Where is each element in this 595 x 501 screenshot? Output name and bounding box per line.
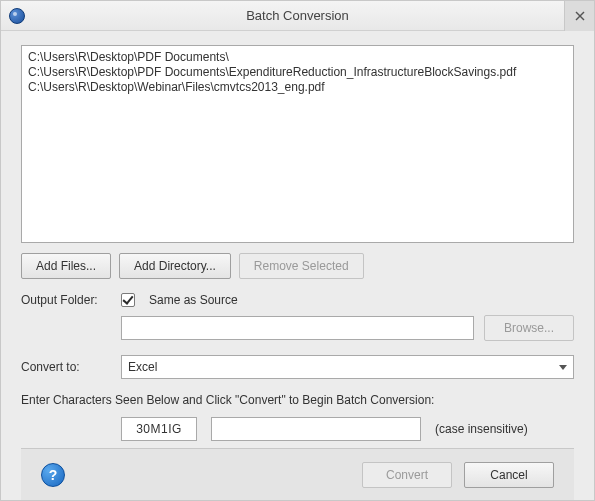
close-icon: [575, 11, 585, 21]
dialog-body: C:\Users\R\Desktop\PDF Documents\ C:\Use…: [1, 31, 594, 500]
help-button[interactable]: ?: [41, 463, 65, 487]
list-item[interactable]: C:\Users\R\Desktop\PDF Documents\Expendi…: [28, 65, 567, 80]
close-button[interactable]: [564, 1, 594, 31]
output-folder-row: Output Folder: Same as Source: [21, 293, 574, 307]
remove-selected-button: Remove Selected: [239, 253, 364, 279]
browse-button: Browse...: [484, 315, 574, 341]
add-files-button[interactable]: Add Files...: [21, 253, 111, 279]
chevron-down-icon: [559, 365, 567, 370]
help-icon: ?: [49, 467, 58, 483]
batch-conversion-dialog: Batch Conversion C:\Users\R\Desktop\PDF …: [0, 0, 595, 501]
list-item[interactable]: C:\Users\R\Desktop\Webinar\Files\cmvtcs2…: [28, 80, 567, 95]
case-insensitive-note: (case insensitive): [435, 422, 528, 436]
output-path-row: Browse...: [21, 315, 574, 341]
list-item[interactable]: C:\Users\R\Desktop\PDF Documents\: [28, 50, 567, 65]
convert-to-value: Excel: [128, 360, 157, 374]
captcha-instruction: Enter Characters Seen Below and Click "C…: [21, 393, 574, 407]
titlebar: Batch Conversion: [1, 1, 594, 31]
file-buttons-row: Add Files... Add Directory... Remove Sel…: [21, 253, 574, 279]
dialog-footer: ? Convert Cancel: [21, 448, 574, 500]
convert-to-row: Convert to: Excel: [21, 355, 574, 379]
same-as-source-checkbox[interactable]: [121, 293, 135, 307]
add-directory-button[interactable]: Add Directory...: [119, 253, 231, 279]
convert-to-select[interactable]: Excel: [121, 355, 574, 379]
captcha-input[interactable]: [211, 417, 421, 441]
convert-button: Convert: [362, 462, 452, 488]
cancel-button[interactable]: Cancel: [464, 462, 554, 488]
captcha-display: 30M1IG: [121, 417, 197, 441]
output-path-input[interactable]: [121, 316, 474, 340]
app-icon: [9, 8, 25, 24]
file-list[interactable]: C:\Users\R\Desktop\PDF Documents\ C:\Use…: [21, 45, 574, 243]
captcha-row: 30M1IG (case insensitive): [121, 417, 574, 441]
same-as-source-label: Same as Source: [149, 293, 238, 307]
convert-to-label: Convert to:: [21, 360, 111, 374]
window-title: Batch Conversion: [1, 8, 594, 23]
output-folder-label: Output Folder:: [21, 293, 111, 307]
